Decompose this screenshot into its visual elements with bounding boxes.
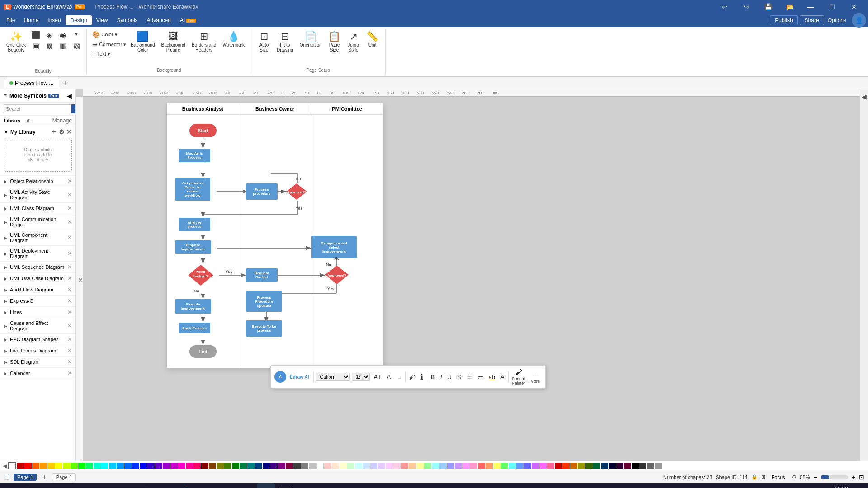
color-swatch-5[interactable] xyxy=(47,463,55,469)
close-icon[interactable]: ✕ xyxy=(67,336,72,343)
preset5-btn[interactable]: ▩ xyxy=(43,41,56,51)
more-btn[interactable]: ⋯ More xyxy=(528,370,542,385)
close-icon[interactable]: ✕ xyxy=(67,235,72,241)
format-painter-btn[interactable]: 🖌 FormatPainter xyxy=(510,367,527,386)
brush-btn[interactable]: 🖌 xyxy=(407,373,417,381)
taskbar-media[interactable]: 📊 xyxy=(277,483,295,488)
sidebar-item-uml-class[interactable]: ▶ UML Class Diagram ✕ xyxy=(0,203,75,214)
color-swatch-9[interactable] xyxy=(78,463,85,469)
shape-analyze[interactable]: Analyzeprocess xyxy=(179,218,210,231)
sidebar-item-audit[interactable]: ▶ Audit Flow Diagram ✕ xyxy=(0,284,75,296)
color-swatch-31[interactable] xyxy=(247,463,255,469)
color-swatch-20[interactable] xyxy=(163,463,170,469)
redo-btn[interactable]: ↪ xyxy=(736,0,757,14)
minimize-btn[interactable]: — xyxy=(800,0,821,14)
preset3-btn[interactable]: ◉ xyxy=(57,30,69,40)
close-btn[interactable]: ✕ xyxy=(844,0,864,14)
undo-btn[interactable]: ↩ xyxy=(714,0,735,14)
jump-style-btn[interactable]: ↗ JumpStyle xyxy=(344,30,363,54)
shape-get-process[interactable]: Get processOwner toreviewworkflow xyxy=(175,178,210,201)
sidebar-item-uml-usecase[interactable]: ▶ UML Use Case Diagram ✕ xyxy=(0,273,75,284)
close-icon[interactable]: ✕ xyxy=(67,286,72,293)
close-icon[interactable]: ✕ xyxy=(67,347,72,354)
taskbar-file-explorer[interactable]: 🗂 xyxy=(157,483,175,488)
shape-approved2[interactable]: Approved? xyxy=(324,265,349,285)
color-swatch-71[interactable] xyxy=(555,463,562,469)
options-btn[interactable]: Options xyxy=(824,16,850,25)
color-swatch-12[interactable] xyxy=(101,463,108,469)
color-swatch-42[interactable] xyxy=(332,463,339,469)
page-size-btn[interactable]: 📋 PageSize xyxy=(326,30,344,54)
color-swatch-17[interactable] xyxy=(140,463,147,469)
color-swatch-21[interactable] xyxy=(170,463,178,469)
maximize-btn[interactable]: ☐ xyxy=(822,0,843,14)
sidebar-item-uml-comp[interactable]: ▶ UML Component Diagram ✕ xyxy=(0,230,75,246)
close-icon[interactable]: ✕ xyxy=(67,192,72,198)
color-swatch-72[interactable] xyxy=(562,463,570,469)
color-swatch-77[interactable] xyxy=(601,463,608,469)
color-swatch-58[interactable] xyxy=(455,463,462,469)
color-swatch-1[interactable] xyxy=(17,463,24,469)
info-btn[interactable]: ℹ xyxy=(419,372,425,382)
close-icon[interactable]: ✕ xyxy=(67,275,72,282)
color-swatch-76[interactable] xyxy=(593,463,600,469)
color-swatch-53[interactable] xyxy=(416,463,424,469)
shape-categorise[interactable]: Categorise andselectimprovements xyxy=(311,236,357,258)
color-swatch-54[interactable] xyxy=(424,463,431,469)
shape-audit[interactable]: Audit Process xyxy=(179,323,210,333)
color-swatch-66[interactable] xyxy=(516,463,524,469)
menu-design[interactable]: Design xyxy=(66,15,91,25)
bullet-btn[interactable]: ≔ xyxy=(476,373,485,381)
color-swatch-80[interactable] xyxy=(624,463,631,469)
save-btn[interactable]: 💾 xyxy=(758,0,778,14)
close-icon[interactable]: ✕ xyxy=(67,219,72,225)
fit-page-btn[interactable]: ⊡ xyxy=(859,474,864,481)
share-btn[interactable]: Share xyxy=(800,15,824,25)
my-library-close[interactable]: ✕ xyxy=(66,128,72,136)
color-swatch-51[interactable] xyxy=(401,463,408,469)
preset2-btn[interactable]: ◈ xyxy=(43,30,56,40)
color-swatch-83[interactable] xyxy=(647,463,654,469)
one-click-beautify-btn[interactable]: ✨ One ClickBeautify xyxy=(4,30,28,54)
color-swatch-60[interactable] xyxy=(470,463,477,469)
color-swatch-67[interactable] xyxy=(524,463,531,469)
zoom-out-btn[interactable]: − xyxy=(814,474,817,481)
more-preset-btn[interactable]: ▾ xyxy=(70,30,83,40)
color-swatch-55[interactable] xyxy=(432,463,439,469)
color-swatch-24[interactable] xyxy=(193,463,201,469)
add-tab-btn[interactable]: + xyxy=(60,78,70,88)
menu-home[interactable]: Home xyxy=(19,15,43,25)
color-swatch-48[interactable] xyxy=(378,463,385,469)
color-swatch-7[interactable] xyxy=(63,463,70,469)
color-swatch-3[interactable] xyxy=(32,463,39,469)
color-swatch-22[interactable] xyxy=(178,463,185,469)
sidebar-toggle[interactable]: ≡ xyxy=(4,93,7,99)
shape-process-proc[interactable]: Processprocedure xyxy=(246,183,278,200)
bg-picture-btn[interactable]: 🖼 BackgroundPicture xyxy=(159,30,188,54)
color-swatch-18[interactable] xyxy=(147,463,155,469)
color-swatch-13[interactable] xyxy=(109,463,116,469)
manage-btn[interactable]: Manage xyxy=(52,117,72,124)
color-swatch-69[interactable] xyxy=(539,463,547,469)
menu-symbols[interactable]: Symbols xyxy=(113,15,142,25)
unit-btn[interactable]: 📏 Unit xyxy=(363,30,382,54)
shape-approved1[interactable]: Approved? xyxy=(285,183,308,201)
color-swatch-63[interactable] xyxy=(493,463,500,469)
preset6-btn[interactable]: ▦ xyxy=(57,41,69,51)
bold-btn[interactable]: B xyxy=(429,373,437,381)
color-swatch-30[interactable] xyxy=(240,463,247,469)
shape-start[interactable]: Start xyxy=(189,124,217,137)
color-swatch-36[interactable] xyxy=(286,463,293,469)
tab-process-flow[interactable]: Process Flow ... xyxy=(4,78,59,88)
color-swatch-38[interactable] xyxy=(301,463,308,469)
color-swatch-41[interactable] xyxy=(324,463,331,469)
palette-left-arrow[interactable]: ◀ xyxy=(2,463,8,469)
no-fill-swatch[interactable] xyxy=(8,462,16,469)
color-swatch-70[interactable] xyxy=(547,463,554,469)
color-swatch-4[interactable] xyxy=(40,463,47,469)
open-btn[interactable]: 📂 xyxy=(779,0,800,14)
my-library-add[interactable]: ＋ xyxy=(51,128,57,136)
list-btn[interactable]: ☰ xyxy=(465,373,474,381)
decrease-font-btn[interactable]: A- xyxy=(385,373,394,381)
color-swatch-62[interactable] xyxy=(486,463,493,469)
